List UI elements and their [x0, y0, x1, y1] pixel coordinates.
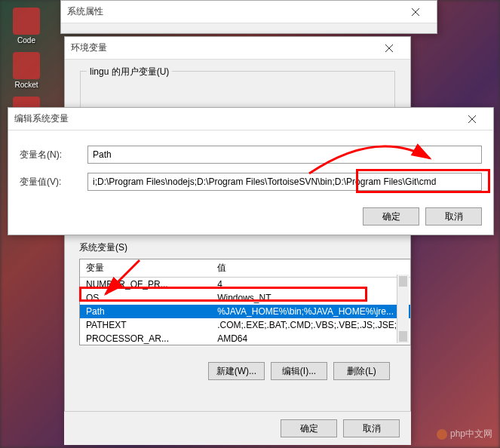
dialog-title: 编辑系统变量 — [14, 112, 457, 125]
dialog-title: 环境变量 — [71, 41, 374, 54]
close-button[interactable] — [400, 2, 431, 23]
close-button[interactable] — [374, 38, 404, 59]
edit-system-variable-dialog: 编辑系统变量 变量名(N): 变量值(V): 确定 取消 — [8, 107, 494, 235]
variable-value-label: 变量值(V): — [20, 176, 87, 189]
cancel-button[interactable]: 取消 — [425, 207, 482, 226]
table-row[interactable]: PROCESSOR_AR...AMD64 — [80, 332, 410, 345]
ok-button[interactable]: 确定 — [363, 207, 419, 226]
desktop-icon[interactable]: Code — [8, 8, 45, 44]
logo-icon — [437, 429, 447, 440]
cancel-button[interactable]: 取消 — [343, 419, 400, 437]
variable-name-label: 变量名(N): — [20, 149, 87, 161]
ok-button[interactable]: 确定 — [281, 419, 337, 437]
watermark: php中文网 — [437, 428, 492, 440]
variable-value-input[interactable] — [87, 173, 482, 191]
table-row[interactable]: OSWindows_NT — [80, 291, 410, 305]
group-legend: lingu 的用户变量(U) — [87, 66, 172, 78]
new-button[interactable]: 新建(W)... — [208, 362, 265, 380]
table-row[interactable]: NUMBER_OF_PR...4 — [80, 278, 410, 292]
system-variables-table[interactable]: 变量 值 NUMBER_OF_PR...4 OSWindows_NT Path%… — [79, 259, 411, 345]
system-variables-group: 系统变量(S) 变量 值 NUMBER_OF_PR...4 OSWindows_… — [79, 241, 411, 345]
table-row-selected[interactable]: Path%JAVA_HOME%\bin;%JAVA_HOME%\jre... — [80, 305, 410, 318]
col-header-value[interactable]: 值 — [211, 259, 410, 278]
system-properties-dialog: 系统属性 — [60, 0, 437, 34]
desktop-icon[interactable]: Rocket — [8, 52, 45, 89]
table-row[interactable]: PATHEXT.COM;.EXE;.BAT;.CMD;.VBS;.VBE;.JS… — [80, 318, 410, 332]
scrollbar[interactable] — [397, 275, 409, 343]
variable-name-input[interactable] — [87, 146, 482, 164]
delete-button[interactable]: 删除(L) — [333, 362, 390, 380]
close-button[interactable] — [457, 109, 487, 130]
edit-button[interactable]: 编辑(I)... — [271, 362, 327, 380]
dialog-title: 系统属性 — [67, 5, 400, 18]
col-header-variable[interactable]: 变量 — [80, 259, 211, 278]
user-variables-group: lingu 的用户变量(U) — [80, 71, 395, 109]
